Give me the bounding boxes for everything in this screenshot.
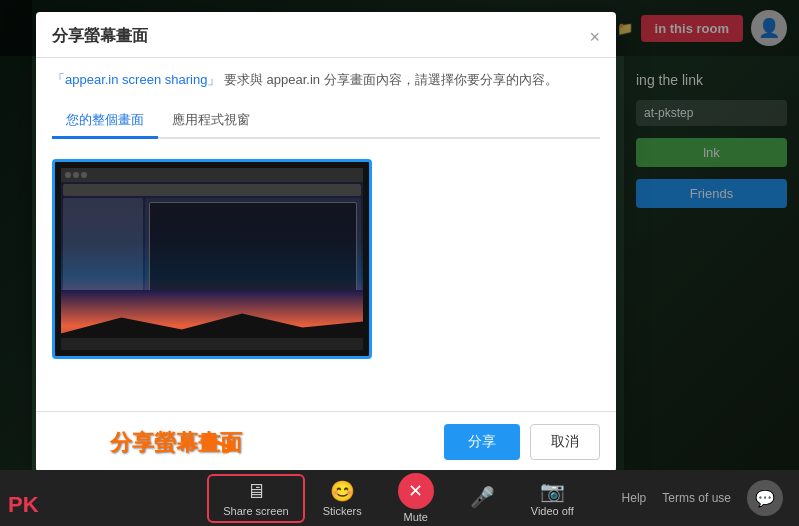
video-off-label: Video off: [531, 505, 574, 517]
tab-full-screen[interactable]: 您的整個畫面: [52, 104, 158, 139]
mute-icon: ✕: [398, 473, 434, 509]
mic-icon: 🎤: [470, 485, 495, 509]
pk-logo: PK: [8, 492, 39, 518]
screen-preview[interactable]: [52, 159, 372, 359]
share-screen-button[interactable]: 🖥 Share screen: [207, 474, 304, 523]
video-off-icon: 📷: [540, 479, 565, 503]
fake-sidebar: [63, 198, 143, 298]
desc-link: 「appear.in screen sharing」: [52, 72, 220, 87]
dialog-description: 「appear.in screen sharing」 要求與 appear.in…: [52, 70, 600, 90]
dot2: [73, 172, 79, 178]
share-screen-dialog: 分享螢幕畫面 × 「appear.in screen sharing」 要求與 …: [36, 12, 616, 472]
share-screen-icon: 🖥: [246, 480, 266, 503]
mute-mic-button[interactable]: 🎤: [452, 485, 513, 511]
help-link[interactable]: Help: [622, 491, 647, 505]
screen-preview-inner: [61, 168, 363, 350]
stickers-label: Stickers: [323, 505, 362, 517]
dot3: [81, 172, 87, 178]
tab-row: 您的整個畫面 應用程式視窗: [52, 104, 600, 139]
tab-app-window[interactable]: 應用程式視窗: [158, 104, 264, 139]
mute-button[interactable]: ✕ Mute: [380, 473, 452, 523]
cancel-button[interactable]: 取消: [530, 424, 600, 460]
toolbar-right: Help Terms of use 💬: [622, 480, 783, 516]
share-button[interactable]: 分享: [444, 424, 520, 460]
mute-label: Mute: [404, 511, 428, 523]
desc-text: 要求與 appear.in 分享畫面內容，請選擇你要分享的內容。: [224, 72, 558, 87]
stickers-button[interactable]: 😊 Stickers: [305, 479, 380, 517]
fake-inner-window: [149, 202, 357, 294]
chat-bubble-button[interactable]: 💬: [747, 480, 783, 516]
dialog-header: 分享螢幕畫面 ×: [36, 12, 616, 58]
dialog-title: 分享螢幕畫面: [52, 26, 148, 47]
fake-bottom-taskbar: [61, 338, 363, 350]
fake-taskbar: [61, 168, 363, 182]
dialog-footer: 分享 取消: [36, 411, 616, 472]
bottom-toolbar: PK 🖥 Share screen 😊 Stickers ✕ Mute 🎤 📷 …: [0, 470, 799, 526]
dot1: [65, 172, 71, 178]
terms-link[interactable]: Terms of use: [662, 491, 731, 505]
stickers-icon: 😊: [330, 479, 355, 503]
dialog-body: 「appear.in screen sharing」 要求與 appear.in…: [36, 58, 616, 411]
fake-main: [145, 198, 361, 298]
fake-content: [63, 198, 361, 298]
video-off-button[interactable]: 📷 Video off: [513, 479, 592, 517]
dialog-overlay: 分享螢幕畫面 × 「appear.in screen sharing」 要求與 …: [0, 0, 799, 526]
fake-browser-bar: [63, 184, 361, 196]
share-screen-label: Share screen: [223, 505, 288, 517]
close-button[interactable]: ×: [589, 28, 600, 46]
